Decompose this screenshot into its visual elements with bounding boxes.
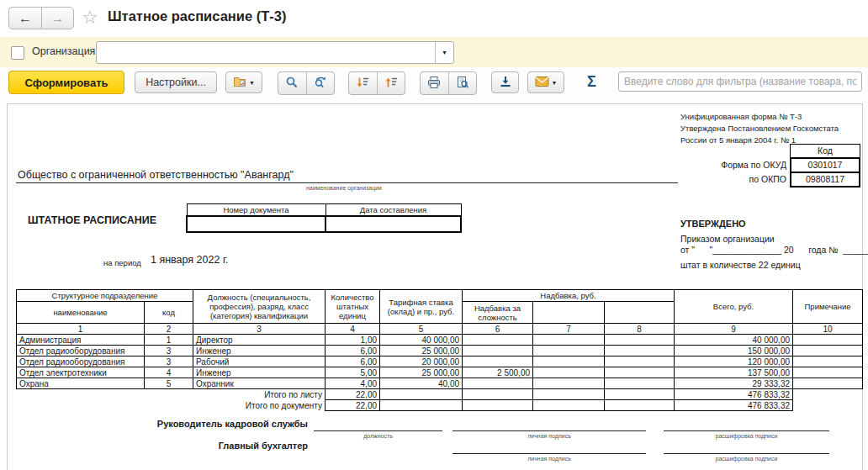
organization-input[interactable] xyxy=(97,42,435,63)
signature-name-line xyxy=(664,420,829,431)
col-header-count: Количество штатных единиц xyxy=(326,290,380,324)
totals-sigma-button[interactable]: Σ xyxy=(587,73,596,91)
approved-line: Приказом организации xyxy=(680,234,775,244)
search-button[interactable] xyxy=(278,72,306,94)
table-row: Отдел электротехники 4 Инженер 5,00 25 0… xyxy=(17,367,863,378)
organization-checkbox[interactable] xyxy=(11,46,24,60)
print-preview-button[interactable] xyxy=(448,72,477,94)
print-button-group xyxy=(420,71,477,95)
save-button[interactable] xyxy=(491,71,519,93)
code-values: 0301017 09808117 xyxy=(790,157,860,187)
sort-ascending-icon xyxy=(384,76,398,92)
signature-name-caption: расшифровка подписи xyxy=(664,433,829,439)
okud-code-value: 0301017 xyxy=(791,159,859,172)
totals-row-document: Итого по документу 22,00 476 833,32 xyxy=(17,400,863,411)
search-icon xyxy=(285,76,299,92)
period-value: 1 января 2022 г. xyxy=(151,254,228,266)
history-nav-group: ← → xyxy=(8,7,74,29)
col-header-struct: Структурное подразделение xyxy=(17,290,193,302)
page-title: Штатное расписание (Т-3) xyxy=(108,8,286,24)
favorite-star-icon[interactable]: ☆ xyxy=(82,7,98,29)
report-variants-button[interactable]: ▼ xyxy=(225,71,262,93)
form-info-line: Унифицированная форма № Т-3 xyxy=(680,111,839,123)
personal-signature-line xyxy=(453,442,646,454)
back-button[interactable]: ← xyxy=(8,7,41,29)
settings-button[interactable]: Настройки... xyxy=(135,71,217,93)
col-header-rate: Тарифная ставка (оклад) и пр., руб. xyxy=(380,290,463,324)
chevron-down-icon: ▼ xyxy=(552,80,558,86)
generate-button[interactable]: Сформировать xyxy=(8,71,124,94)
organization-name: Общество с ограниченной ответственностью… xyxy=(18,169,294,181)
chevron-down-icon: ▼ xyxy=(249,80,255,86)
col-header-total: Всего, руб. xyxy=(675,290,793,324)
sort-descending-button[interactable] xyxy=(349,72,377,94)
col-header-code: код xyxy=(145,302,193,324)
col-header-nadbavka-2 xyxy=(533,302,605,324)
okpo-code-value: 09808117 xyxy=(791,172,859,186)
unified-form-info: Унифицированная форма № Т-3 Утверждена П… xyxy=(680,111,839,146)
document-title: ШТАТНОЕ РАСПИСАНИЕ xyxy=(28,214,156,226)
print-preview-icon xyxy=(456,76,469,92)
print-button[interactable] xyxy=(421,72,448,94)
organization-label: Организация: xyxy=(32,45,98,57)
position-signature-line xyxy=(314,420,442,431)
okpo-label: по ОКПО xyxy=(662,172,786,186)
position-caption: должность xyxy=(314,433,442,439)
personal-signature-line xyxy=(453,420,646,431)
find-next-button[interactable] xyxy=(306,72,335,94)
search-button-group xyxy=(278,71,335,95)
hr-head-label: Руководитель кадровой службы xyxy=(75,419,308,429)
filter-input[interactable] xyxy=(618,71,862,92)
report-folder-icon xyxy=(233,75,246,91)
totals-row-sheet: Итого по листу 22,00 476 833,32 xyxy=(17,389,863,400)
report-toolbar: Сформировать Настройки... ▼ xyxy=(0,67,868,103)
code-box: Код 0301017 09808117 xyxy=(790,144,860,187)
period-label: на период xyxy=(103,258,141,267)
top-navigation-bar: ← → ☆ Штатное расписание (Т-3) xyxy=(0,0,868,37)
table-row: Охрана 5 Охранник 4,00 40,00 29 333,32 xyxy=(17,378,863,389)
send-mail-button[interactable]: ▼ xyxy=(527,71,564,93)
save-download-icon xyxy=(499,75,512,91)
approved-staff-count: штат в количестве 22 единиц xyxy=(680,260,801,270)
col-header-note: Примечание xyxy=(793,290,863,324)
approved-title: УТВЕРЖДЕНО xyxy=(680,219,746,229)
doc-number-header: Номер документа xyxy=(187,204,326,217)
search-repeat-icon xyxy=(314,76,327,92)
document-number-table: Номер документа Дата составления xyxy=(186,203,462,233)
printer-icon xyxy=(427,76,441,92)
forward-button[interactable]: → xyxy=(41,7,74,29)
column-number-row: 1 2 3 4 5 6 7 8 9 10 xyxy=(17,324,863,335)
okud-label: Форма по ОКУД xyxy=(662,158,786,172)
signature-name-caption: расшифровка подписи xyxy=(664,456,829,462)
forward-arrow-icon: → xyxy=(51,12,65,25)
organization-combobox[interactable]: ▼ xyxy=(96,41,454,64)
table-row: Администрация 1 Директор 1,00 40 000,00 … xyxy=(17,335,863,346)
form-info-line: Утверждена Постановлением Госкомстата xyxy=(680,123,839,135)
organization-dropdown-button[interactable]: ▼ xyxy=(435,42,453,63)
organization-filter-bar: Организация: ▼ xyxy=(0,37,868,67)
sort-button-group xyxy=(348,71,405,95)
mail-envelope-icon xyxy=(535,76,549,90)
col-header-nadbavka-3 xyxy=(605,302,675,324)
col-header-nadbavka-1: Надбавка за сложность xyxy=(463,302,533,324)
organization-caption: наименование организации xyxy=(226,185,462,191)
chevron-down-icon: ▼ xyxy=(442,50,447,55)
table-row: Отдел радиооборудования 3 Рабочий 6,00 2… xyxy=(17,356,863,367)
sort-descending-icon xyxy=(356,76,369,92)
personal-signature-caption: личная подпись xyxy=(453,456,646,462)
chief-accountant-label: Главный бухгалтер xyxy=(75,441,308,451)
doc-date-cell xyxy=(326,216,461,232)
sort-ascending-button[interactable] xyxy=(377,72,405,94)
approved-line: от " "______________ 20 года № ______ xyxy=(680,245,868,255)
report-document: Унифицированная форма № Т-3 Утверждена П… xyxy=(7,103,863,470)
app-window: ← → ☆ Штатное расписание (Т-3) Организац… xyxy=(0,0,868,470)
doc-number-cell xyxy=(187,216,326,232)
personal-signature-caption: личная подпись xyxy=(453,433,646,439)
staffing-table: Структурное подразделение Должность (спе… xyxy=(16,289,863,411)
col-header-nadbavka: Надбавка, руб. xyxy=(463,290,675,302)
code-box-header: Код xyxy=(790,144,860,158)
doc-date-header: Дата составления xyxy=(326,204,461,217)
back-arrow-icon: ← xyxy=(19,12,32,25)
signature-name-line xyxy=(664,442,829,454)
col-header-position: Должность (специальность, профессия), ра… xyxy=(193,290,326,324)
